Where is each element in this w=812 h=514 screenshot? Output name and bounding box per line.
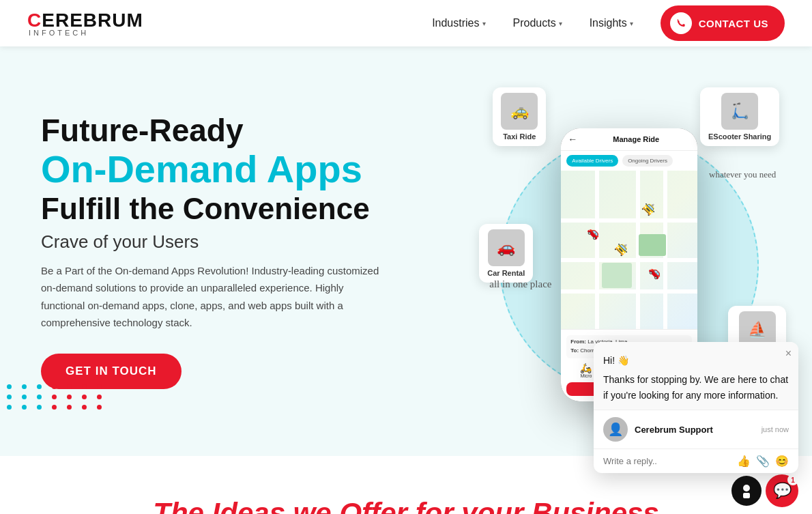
chat-badge: 1 (787, 474, 798, 485)
logo-erebrum: EREBRUM (42, 10, 143, 31)
back-icon: ← (568, 134, 577, 145)
chat-reply-input[interactable] (603, 456, 731, 466)
hero-subtitle: Crave of your Users (41, 231, 406, 253)
chat-message: Thanks for stopping by. We are here to c… (603, 372, 789, 403)
hero-title-1: Future-Ready (41, 113, 406, 148)
chat-message-area: Hi! 👋 Thanks for stopping by. We are her… (594, 342, 798, 410)
attachment-icon[interactable]: 📎 (756, 455, 770, 468)
road-v1 (595, 171, 599, 329)
float-card-carrental: 🚗 Car Rental (479, 224, 533, 283)
car-icon-4: 🚗 (585, 223, 605, 242)
chat-widget: × Hi! 👋 Thanks for stopping by. We are h… (594, 342, 798, 473)
hero-title-3: Fulfill the Convenience (41, 192, 406, 225)
chat-bubble-button[interactable]: 💬 1 (766, 474, 798, 507)
chat-close-button[interactable]: × (785, 347, 792, 360)
chevron-down-icon: ▾ (559, 20, 562, 27)
road-h1 (561, 218, 697, 223)
chat-greeting: Hi! 👋 (603, 353, 789, 368)
handwritten-whatever: whatever you need (709, 169, 776, 180)
chevron-down-icon: ▾ (630, 20, 633, 27)
carrental-label: Car Rental (487, 269, 525, 277)
emoji-icon[interactable]: 😊 (775, 455, 789, 468)
hero-content: Future-Ready On-Demand Apps Fulfill the … (0, 100, 447, 430)
road-h3 (561, 289, 697, 294)
micro-label: Micro (580, 373, 592, 378)
logo-infotech: INFOTECH (29, 29, 89, 37)
phone-screen-title: Manage Ride (581, 135, 691, 143)
chat-time: just now (762, 425, 789, 433)
agent-avatar: 👤 (603, 417, 628, 442)
wave-emoji: Hi! 👋 (603, 355, 629, 366)
escooter-label: EScooter Sharing (708, 132, 771, 141)
bottom-title: The Ideas we Offer for your Business (27, 497, 785, 514)
nav-industries[interactable]: Industries ▾ (421, 12, 496, 35)
logo-c: C (27, 10, 42, 31)
nav-products[interactable]: Products ▾ (502, 12, 573, 35)
map-green-block2 (602, 263, 632, 288)
logo[interactable]: CEREBRUM INFOTECH (27, 10, 143, 37)
carrental-image: 🚗 (488, 229, 525, 266)
car-icon-1: 🚖 (640, 199, 659, 218)
tab-available-drivers: Available Drivers (566, 155, 618, 167)
phone-topbar: ← Manage Ride (561, 128, 697, 151)
chat-agent-row: 👤 Cerebrum Support just now (594, 410, 798, 448)
nav-insights[interactable]: Insights ▾ (579, 12, 644, 35)
revain-icon[interactable] (731, 476, 762, 506)
svg-point-1 (743, 485, 750, 491)
phone-tabs: Available Drivers Ongoing Drivers (561, 151, 697, 171)
svg-rect-2 (743, 493, 750, 498)
thumbs-up-icon[interactable]: 👍 (737, 455, 751, 468)
micro-icon: 🛵 (580, 362, 592, 373)
taxi-label: Taxi Ride (503, 132, 536, 141)
agent-name: Cerebrum Support (635, 425, 755, 435)
tab-ongoing-drivers: Ongoing Drivers (622, 155, 673, 167)
map-green-block (639, 234, 666, 257)
road-h2 (561, 258, 697, 262)
float-card-taxi: 🚕 Taxi Ride (493, 87, 546, 146)
chat-input-icons: 👍 📎 😊 (737, 455, 789, 468)
handwritten-allinone: all in one place (489, 279, 551, 290)
main-nav: Industries ▾ Products ▾ Insights ▾ CONTA… (421, 5, 785, 41)
revain-widget: 💬 1 (731, 474, 798, 507)
taxi-image: 🚕 (501, 93, 538, 130)
svg-point-0 (676, 18, 686, 29)
chevron-down-icon: ▾ (482, 20, 486, 27)
vehicle-micro: 🛵 Micro (580, 362, 592, 378)
escooter-image: 🛴 (721, 93, 758, 130)
chat-icon: 💬 (773, 482, 792, 500)
chat-input-row[interactable]: 👍 📎 😊 (594, 448, 798, 473)
header: CEREBRUM INFOTECH Industries ▾ Products … (0, 0, 812, 46)
float-card-escooter: 🛴 EScooter Sharing (700, 87, 779, 146)
dot-decoration (0, 377, 113, 416)
phone-icon (670, 12, 692, 34)
hero-description: Be a Part of the On-demand Apps Revoluti… (41, 262, 382, 332)
contact-us-button[interactable]: CONTACT US (661, 5, 785, 41)
hero-title-2: On-Demand Apps (41, 148, 406, 190)
phone-map: 🚖 🚖 🚗 🚗 (561, 171, 697, 329)
car-icon-2: 🚖 (613, 239, 632, 258)
